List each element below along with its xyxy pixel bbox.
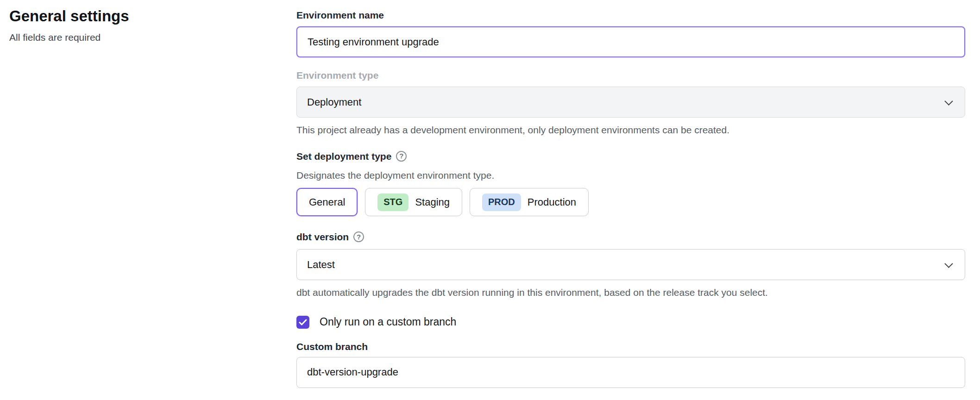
chevron-down-icon: [944, 259, 953, 268]
environment-name-input[interactable]: [296, 26, 965, 57]
deployment-type-description: Designates the deployment environment ty…: [296, 169, 965, 181]
deployment-type-general-label: General: [309, 196, 345, 208]
environment-type-helper: This project already has a development e…: [296, 124, 965, 136]
custom-branch-checkbox-label[interactable]: Only run on a custom branch: [320, 316, 456, 328]
deployment-type-options: General STG Staging PROD Production: [296, 188, 965, 216]
environment-name-label: Environment name: [296, 9, 965, 21]
custom-branch-label: Custom branch: [296, 341, 965, 352]
deployment-type-staging-button[interactable]: STG Staging: [365, 188, 462, 216]
help-icon[interactable]: ?: [396, 151, 407, 162]
environment-type-value: Deployment: [307, 96, 361, 108]
dbt-version-value: Latest: [307, 259, 335, 271]
page-subtitle: All fields are required: [9, 31, 278, 43]
environment-type-label: Environment type: [296, 69, 965, 81]
deployment-type-label: Set deployment type ?: [296, 150, 965, 162]
environment-type-select[interactable]: Deployment: [296, 87, 965, 118]
dbt-version-helper: dbt automatically upgrades the dbt versi…: [296, 287, 965, 299]
dbt-version-label: dbt version ?: [296, 231, 965, 243]
environment-settings-form: Environment name Environment type Deploy…: [296, 0, 965, 388]
deployment-type-staging-label: Staging: [415, 196, 450, 208]
help-icon[interactable]: ?: [353, 231, 364, 242]
custom-branch-checkbox[interactable]: [296, 316, 309, 329]
deployment-type-general-button[interactable]: General: [296, 188, 358, 216]
chevron-down-icon: [944, 97, 953, 105]
dbt-version-select[interactable]: Latest: [296, 249, 965, 280]
prod-badge: PROD: [482, 194, 521, 211]
deployment-type-label-text: Set deployment type: [296, 150, 391, 162]
settings-header: General settings All fields are required: [9, 7, 278, 43]
page-title: General settings: [9, 7, 278, 25]
deployment-type-production-label: Production: [528, 196, 576, 208]
custom-branch-input[interactable]: [296, 357, 965, 388]
custom-branch-toggle-row: Only run on a custom branch: [296, 316, 965, 329]
dbt-version-label-text: dbt version: [296, 231, 349, 243]
stg-badge: STG: [377, 194, 408, 211]
deployment-type-production-button[interactable]: PROD Production: [470, 188, 589, 216]
check-icon: [299, 319, 307, 325]
